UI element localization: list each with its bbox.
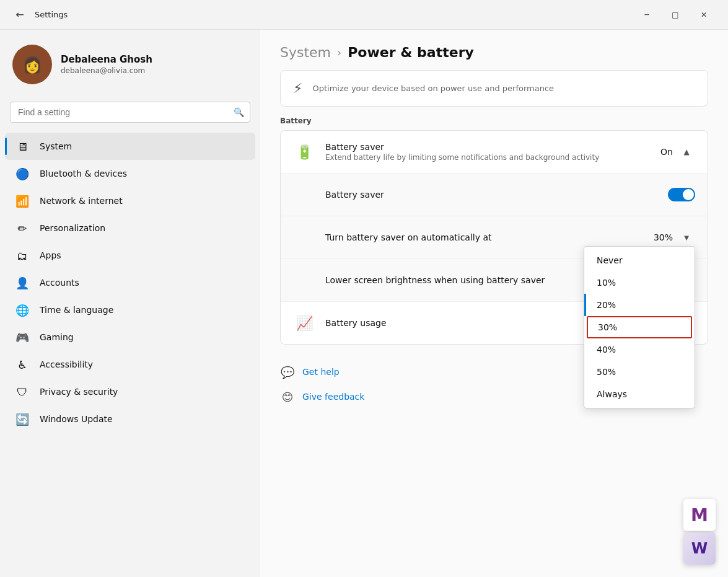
battery-saver-row[interactable]: 🔋 Battery saver Extend battery life by l…: [281, 131, 708, 174]
sidebar-item-label-system: System: [40, 141, 72, 151]
auto-turn-on-text: Turn battery saver on automatically at: [325, 232, 654, 242]
sidebar-item-accounts[interactable]: 👤 Accounts: [5, 269, 255, 296]
back-button[interactable]: ←: [10, 5, 30, 25]
close-button[interactable]: ✕: [690, 4, 718, 26]
search-box: 🔍: [10, 102, 250, 123]
battery-usage-icon: 📈: [293, 312, 315, 334]
dropdown-item-never[interactable]: Never: [584, 249, 695, 271]
sidebar-item-label-windows-update: Windows Update: [40, 414, 113, 424]
sidebar-item-time[interactable]: 🌐 Time & language: [5, 296, 255, 324]
battery-saver-status: On: [660, 147, 673, 157]
sidebar-item-system[interactable]: 🖥 System: [5, 133, 255, 160]
battery-saver-toggle-title: Battery saver: [325, 190, 668, 200]
titlebar-title: Settings: [35, 10, 68, 19]
toggle-thumb: [683, 189, 694, 200]
windows-update-icon: 🔄: [15, 412, 30, 426]
battery-card: 🔋 Battery saver Extend battery life by l…: [280, 130, 708, 345]
breadcrumb-current: Power & battery: [348, 45, 474, 60]
battery-section-label: Battery: [260, 112, 728, 130]
dropdown-item-always[interactable]: Always: [584, 383, 695, 405]
dropdown-item-40[interactable]: 40%: [584, 338, 695, 361]
avatar: 👩: [12, 45, 52, 84]
main-content: System › Power & battery ⚡ Optimize your…: [260, 30, 728, 577]
optimize-card: ⚡ Optimize your device based on power us…: [280, 70, 708, 107]
get-help-icon: 💬: [280, 364, 295, 379]
sidebar-item-personalization[interactable]: ✏️ Personalization: [5, 214, 255, 242]
minimize-icon: ─: [644, 11, 649, 19]
auto-turn-on-icon: [293, 226, 315, 249]
dropdown-item-20[interactable]: 20%: [584, 294, 695, 316]
sidebar-item-label-gaming: Gaming: [40, 332, 74, 342]
sidebar-item-privacy[interactable]: 🛡 Privacy & security: [5, 378, 255, 405]
give-feedback-icon: 😊: [280, 389, 295, 404]
user-info: Debaleena Ghosh debaleena@olivia.com: [61, 54, 152, 75]
battery-saver-desc: Extend battery life by limiting some not…: [325, 153, 660, 162]
maximize-button[interactable]: □: [661, 4, 690, 26]
battery-saver-toggle-switch[interactable]: [668, 188, 695, 201]
sidebar-item-label-accessibility: Accessibility: [40, 359, 93, 369]
breadcrumb: System › Power & battery: [280, 45, 708, 60]
sidebar-item-label-privacy: Privacy & security: [40, 387, 118, 397]
dropdown-item-10[interactable]: 10%: [584, 271, 695, 294]
auto-turn-on-dropdown: Never 10% 20% 30% 40% 50% Always: [584, 246, 695, 408]
page-header: System › Power & battery: [260, 30, 728, 70]
user-profile: 👩 Debaleena Ghosh debaleena@olivia.com: [0, 30, 260, 97]
sidebar-item-label-apps: Apps: [40, 250, 61, 260]
battery-saver-toggle-row: Battery saver: [281, 174, 708, 216]
battery-saver-control: On ▲: [660, 143, 695, 161]
accessibility-icon: ♿: [15, 357, 30, 372]
auto-turn-on-control[interactable]: 30% ▼ Never 10% 20% 30% 40% 50% Always: [654, 229, 695, 246]
maximize-icon: □: [672, 11, 678, 19]
battery-saver-title: Battery saver: [325, 142, 660, 152]
user-email: debaleena@olivia.com: [61, 66, 152, 75]
user-name: Debaleena Ghosh: [61, 54, 152, 65]
sidebar-item-gaming[interactable]: 🎮 Gaming: [5, 324, 255, 351]
search-input[interactable]: [10, 102, 250, 123]
bluetooth-icon: 🔵: [15, 166, 30, 181]
sidebar-item-windows-update[interactable]: 🔄 Windows Update: [5, 405, 255, 433]
battery-saver-toggle-text: Battery saver: [325, 190, 668, 200]
titlebar: ← Settings ─ □ ✕: [0, 0, 728, 30]
taskbar-app-w[interactable]: W: [683, 532, 716, 565]
sidebar-item-bluetooth[interactable]: 🔵 Bluetooth & devices: [5, 160, 255, 187]
personalization-icon: ✏️: [15, 221, 30, 236]
breadcrumb-parent: System: [280, 45, 331, 60]
battery-saver-chevron-up[interactable]: ▲: [678, 143, 695, 161]
privacy-icon: 🛡: [15, 384, 30, 399]
accounts-icon: 👤: [15, 275, 30, 290]
taskbar-overlay: M W: [683, 499, 716, 565]
breadcrumb-separator: ›: [337, 46, 341, 59]
battery-saver-toggle-icon: [293, 183, 315, 206]
battery-saver-text: Battery saver Extend battery life by lim…: [325, 142, 660, 162]
lower-brightness-icon: [293, 269, 315, 291]
optimize-row[interactable]: ⚡ Optimize your device based on power us…: [281, 71, 708, 106]
sidebar-item-accessibility[interactable]: ♿ Accessibility: [5, 351, 255, 378]
auto-turn-on-dropdown-btn[interactable]: ▼: [678, 229, 695, 246]
apps-icon: 🗂: [15, 248, 30, 263]
sidebar-item-label-accounts: Accounts: [40, 278, 79, 288]
window-controls: ─ □ ✕: [633, 4, 718, 26]
sidebar-item-label-personalization: Personalization: [40, 223, 105, 233]
give-feedback-label: Give feedback: [302, 392, 364, 402]
time-icon: 🌐: [15, 302, 30, 317]
sidebar-item-apps[interactable]: 🗂 Apps: [5, 242, 255, 269]
gaming-icon: 🎮: [15, 330, 30, 345]
auto-turn-on-row: Turn battery saver on automatically at 3…: [281, 216, 708, 259]
dropdown-item-30[interactable]: 30%: [587, 316, 692, 338]
dropdown-item-50[interactable]: 50%: [584, 361, 695, 383]
sidebar: 👩 Debaleena Ghosh debaleena@olivia.com 🔍…: [0, 30, 260, 577]
auto-turn-on-title: Turn battery saver on automatically at: [325, 232, 654, 242]
power-icon: ⚡: [293, 81, 302, 96]
back-icon: ←: [15, 9, 24, 20]
sidebar-item-network[interactable]: 📶 Network & internet: [5, 187, 255, 214]
optimize-text: Optimize your device based on power use …: [312, 84, 554, 93]
nav-list: 🖥 System 🔵 Bluetooth & devices 📶 Network…: [0, 133, 260, 433]
sidebar-item-label-bluetooth: Bluetooth & devices: [40, 169, 127, 178]
network-icon: 📶: [15, 193, 30, 208]
avatar-initials: 👩: [22, 55, 42, 74]
auto-turn-on-value: 30%: [654, 232, 673, 242]
taskbar-app-m[interactable]: M: [683, 499, 716, 531]
app-body: 👩 Debaleena Ghosh debaleena@olivia.com 🔍…: [0, 30, 728, 577]
minimize-button[interactable]: ─: [633, 4, 661, 26]
battery-saver-icon: 🔋: [293, 141, 315, 163]
